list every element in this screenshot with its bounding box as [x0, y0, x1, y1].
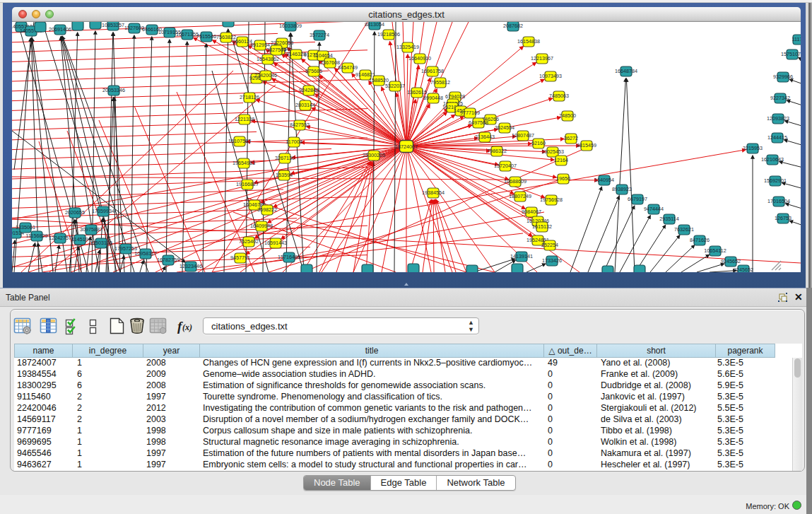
svg-text:12503135: 12503135 [90, 240, 112, 246]
svg-text:9242848: 9242848 [299, 87, 319, 93]
svg-text:16648784: 16648784 [615, 68, 637, 74]
svg-text:13325419: 13325419 [396, 44, 419, 50]
svg-text:12213967: 12213967 [531, 55, 553, 62]
svg-text:16782759: 16782759 [157, 257, 180, 263]
svg-text:16154838: 16154838 [517, 38, 540, 45]
svg-text:12093823: 12093823 [767, 115, 789, 122]
svg-text:9227342: 9227342 [770, 95, 790, 101]
svg-text:14139141: 14139141 [510, 253, 533, 259]
svg-text:9245652: 9245652 [721, 258, 741, 264]
svg-text:3572274: 3572274 [310, 32, 329, 38]
svg-text:2020655: 2020655 [65, 209, 85, 216]
svg-text:16640910: 16640910 [408, 55, 431, 62]
svg-text:10807487: 10807487 [512, 132, 534, 139]
svg-text:16409948: 16409948 [250, 223, 273, 229]
svg-text:17016504: 17016504 [767, 198, 790, 204]
svg-text:6679197: 6679197 [628, 196, 647, 202]
svg-text:10853257: 10853257 [102, 22, 124, 28]
svg-text:3624554: 3624554 [495, 124, 514, 131]
svg-text:12242757: 12242757 [49, 235, 71, 241]
svg-text:62160: 62160 [531, 140, 546, 146]
svg-text:16671355: 16671355 [176, 31, 199, 37]
svg-text:3827503: 3827503 [266, 47, 286, 53]
svg-text:2367608: 2367608 [320, 59, 340, 66]
svg-text:19756928: 19756928 [540, 197, 563, 203]
svg-text:16961758: 16961758 [421, 68, 444, 74]
svg-text:15720407: 15720407 [494, 163, 517, 169]
svg-text:2087682: 2087682 [503, 23, 523, 29]
svg-text:18724007: 18724007 [395, 144, 418, 150]
svg-text:675685: 675685 [305, 68, 322, 74]
svg-text:3267130: 3267130 [275, 155, 295, 161]
svg-text:10654112: 10654112 [704, 247, 726, 254]
svg-text:3215953: 3215953 [743, 145, 763, 151]
svg-text:8146328: 8146328 [286, 51, 306, 57]
svg-text:10973493: 10973493 [539, 73, 562, 79]
svg-text:2718126: 2718126 [240, 94, 259, 100]
svg-text:17359934: 17359934 [92, 208, 114, 214]
svg-text:8454749: 8454749 [338, 64, 358, 71]
svg-text:17957253: 17957253 [114, 245, 137, 252]
svg-text:(x): (x) [182, 322, 192, 332]
svg-text:18807249: 18807249 [509, 193, 531, 199]
svg-text:15751074: 15751074 [781, 51, 801, 57]
svg-text:20053346: 20053346 [102, 87, 125, 93]
svg-text:8815459: 8815459 [577, 142, 596, 148]
svg-text:30975887: 30975887 [80, 226, 102, 233]
svg-text:7485063: 7485063 [549, 93, 569, 99]
svg-text:19650: 19650 [556, 175, 570, 182]
svg-text:23420046: 23420046 [254, 72, 277, 78]
svg-text:12323446: 12323446 [180, 263, 202, 269]
svg-text:2803144: 2803144 [295, 102, 315, 108]
svg-text:2935114: 2935114 [659, 216, 678, 222]
svg-text:9777169: 9777169 [460, 110, 480, 116]
svg-text:114519: 114519 [71, 236, 88, 243]
svg-text:1640954: 1640954 [594, 177, 614, 183]
svg-text:19654983: 19654983 [233, 160, 255, 166]
svg-text:126753: 126753 [775, 215, 792, 221]
svg-text:19384554: 19384554 [422, 189, 445, 196]
svg-text:7625402: 7625402 [239, 238, 259, 245]
svg-text:1733426: 1733426 [542, 257, 562, 264]
svg-text:5322037: 5322037 [385, 83, 405, 89]
svg-text:153594: 153594 [276, 172, 293, 178]
svg-text:252254: 252254 [541, 242, 558, 248]
svg-text:1221338: 1221338 [235, 116, 254, 122]
svg-text:6497568: 6497568 [469, 119, 488, 126]
svg-text:8471626: 8471626 [690, 237, 710, 243]
svg-text:8990448: 8990448 [423, 95, 443, 101]
svg-text:1527602: 1527602 [124, 25, 144, 31]
svg-text:36272: 36272 [564, 135, 578, 141]
svg-text:8813054: 8813054 [365, 22, 384, 28]
svg-text:748500: 748500 [559, 112, 576, 119]
svg-text:20691406: 20691406 [49, 26, 71, 33]
svg-text:15692901: 15692901 [764, 177, 787, 184]
svg-text:25300205: 25300205 [363, 152, 385, 158]
svg-text:16107563: 16107563 [228, 138, 251, 144]
svg-text:8938923: 8938923 [612, 186, 632, 192]
svg-text:10025453: 10025453 [541, 148, 564, 155]
svg-text:9457791: 9457791 [230, 255, 250, 261]
svg-text:7986322: 7986322 [487, 148, 507, 154]
svg-text:7955812: 7955812 [430, 79, 450, 86]
svg-text:10688609: 10688609 [504, 178, 526, 185]
svg-text:1335061: 1335061 [16, 224, 35, 230]
svg-text:15716485: 15716485 [278, 254, 300, 260]
svg-text:3698222: 3698222 [257, 206, 277, 213]
svg-text:9329966: 9329966 [773, 74, 793, 80]
svg-text:16591443: 16591443 [264, 240, 287, 246]
svg-text:19166827: 19166827 [236, 181, 259, 187]
svg-text:2136443: 2136443 [475, 134, 495, 140]
svg-text:11170: 11170 [792, 36, 801, 42]
svg-text:12164: 12164 [554, 157, 568, 163]
svg-text:9660124: 9660124 [233, 38, 252, 45]
svg-text:11156829: 11156829 [26, 233, 48, 239]
svg-text:117004: 117004 [286, 139, 302, 145]
svg-text:8427552: 8427552 [290, 122, 310, 128]
svg-text:1244415: 1244415 [767, 134, 787, 141]
svg-text:7632621: 7632621 [674, 226, 694, 233]
svg-text:1615132: 1615132 [532, 223, 552, 230]
svg-text:10958117: 10958117 [134, 250, 156, 257]
svg-text:7515546: 7515546 [196, 33, 216, 40]
svg-text:16210643: 16210643 [761, 156, 784, 163]
